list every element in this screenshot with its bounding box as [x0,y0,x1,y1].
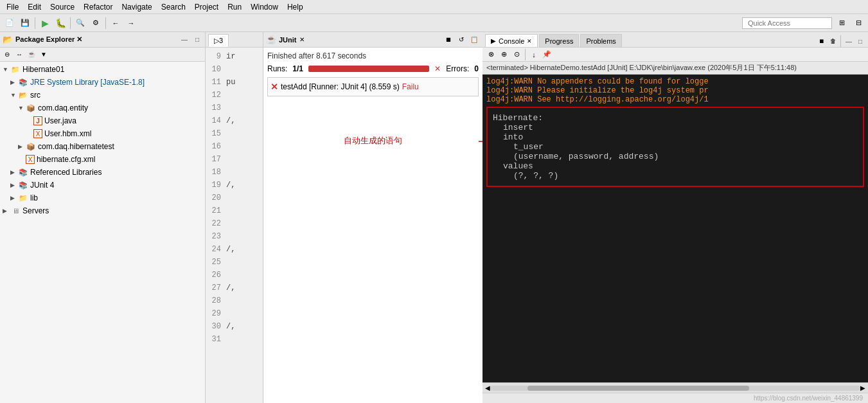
panel-header-explorer: 📂 Package Explorer ✕ — □ [0,32,205,48]
junit-test-item[interactable]: ✕ testAdd [Runner: JUnit 4] (8.559 s) Fa… [270,80,475,93]
tree-arrow-hibernate01: ▼ [3,66,10,73]
console-toolbar-btn1[interactable]: ⊗ [485,49,497,60]
code-editor[interactable]: 9 ir 10 11 pu 12 13 [206,48,263,403]
tree-arrow-src: ▼ [10,92,18,98]
console-table: t_user [493,142,858,152]
junit-content: Finished after 8.617 seconds Runs: 1/1 ✕… [263,48,483,403]
menu-navigate[interactable]: Navigate [118,1,155,13]
console-scrollbar[interactable]: ◀ ▶ [483,382,868,393]
scroll-right-btn[interactable]: ▶ [860,384,865,391]
debug-button[interactable]: 🐛 [53,16,67,30]
menu-project[interactable]: Project [191,1,222,13]
toolbar-separator-1 [35,17,35,29]
maximize-button[interactable]: □ [192,35,202,45]
errors-icon: ✕ [434,64,441,73]
sidebar: 📂 Package Explorer ✕ — □ ⊖ ↔ ☕ ▼ ▼ 📁 Hib… [0,32,206,403]
menu-search[interactable]: Search [157,1,190,13]
tab-progress[interactable]: Progress [539,34,579,47]
watermark-bar: https://blog.csdn.net/weixin_44861399 [483,393,868,403]
new-button[interactable]: 📄 [3,16,17,30]
console-toolbar-btn3[interactable]: ⊙ [511,49,522,60]
tree-item-src[interactable]: ▼ 📂 src [0,89,205,102]
tree-item-hibernatetest[interactable]: ▶ 📦 com.daq.hibernatetest [0,140,205,153]
console-panel-controls: ⏹ 🗑 — □ [816,35,865,47]
tree-item-reflibs[interactable]: ▶ 📚 Referenced Libraries [0,166,205,179]
tree-label-cfgxml: hibernate.cfg.xml [37,155,95,164]
scrollbar-track[interactable] [490,386,860,391]
tree-item-hibernate01[interactable]: ▼ 📁 Hibernate01 [0,63,205,76]
runs-value: 1/1 [292,64,303,73]
junit-test-label: testAdd [Runner: JUnit 4] (8.559 s) [281,82,400,91]
toolbar-extra-btn2[interactable]: ⊟ [851,16,865,30]
console-maximize[interactable]: □ [855,36,865,46]
tree-item-cfgxml[interactable]: X hibernate.cfg.xml [0,153,205,166]
reflibs-icon: 📚 [18,167,28,177]
console-toolbar-sep [525,49,526,60]
console-toolbar-btn2[interactable]: ⊕ [498,49,509,60]
console-scroll-btn[interactable]: ↓ [528,49,540,60]
quick-access-input[interactable] [742,17,832,29]
menu-refactor[interactable]: Refactor [80,1,116,13]
console-warn3: log4j:WARN See http://logging.apache.org… [486,95,864,104]
menu-help[interactable]: Help [283,1,307,13]
tree-item-jre[interactable]: ▶ 📚 JRE System Library [JavaSE-1.8] [0,76,205,89]
tree-item-servers[interactable]: ▶ 🖥 Servers [0,204,205,217]
minimize-button[interactable]: — [179,35,190,45]
right-panel: ▶ Console ✕ Progress Problems ⏹ 🗑 — [483,32,868,403]
forward-button[interactable]: → [124,16,138,30]
hibernate-sql-box: Hibernate: insert into t_user (username,… [486,107,864,187]
tree-item-lib[interactable]: ▶ 📁 lib [0,192,205,204]
code-line-14: 14 /, [206,114,263,127]
menu-run[interactable]: Run [224,1,245,13]
annotation-text: 自动生成的语句 [344,136,402,145]
tree-item-userhbm[interactable]: X User.hbm.xml [0,127,205,140]
console-tab-label: Console [499,37,524,45]
tree-item-userjava[interactable]: J User.java [0,114,205,127]
scroll-left-btn[interactable]: ◀ [485,384,490,391]
search-button[interactable]: 🔍 [73,16,87,30]
link-editor-button[interactable]: ↔ [13,49,25,60]
save-button[interactable]: 💾 [18,16,32,30]
errors-value: 0 [474,64,479,73]
hibernate-label: Hibernate: [493,113,858,123]
watermark: https://blog.csdn.net/weixin_44861399 [754,395,863,402]
tree-label-src: src [30,91,40,100]
toolbar-extra-btn[interactable]: ⊞ [835,16,849,30]
menu-edit[interactable]: Edit [24,1,45,13]
src-folder-icon: 📂 [18,90,28,100]
console-cols: (username, password, address) [493,152,858,161]
console-tab-close[interactable]: ✕ [527,38,532,44]
new-java-button[interactable]: ☕ [26,49,37,60]
console-warn1: log4j:WARN No appenders could be found f… [486,77,864,86]
menu-source[interactable]: Source [46,1,78,13]
annotation-area: 自动生成的语句 [267,135,479,147]
library-icon: 📚 [18,77,28,87]
junit-history-button[interactable]: 📋 [468,34,480,46]
code-line-13: 13 [206,102,263,114]
console-pin-btn[interactable]: 📌 [541,49,553,60]
explorer-menu-button[interactable]: ▼ [38,49,49,60]
junit-tab-close[interactable]: ✕ [299,36,305,43]
console-stop-button[interactable]: ⏹ [816,36,826,46]
tab-console[interactable]: ▶ Console ✕ [485,34,538,47]
toolbar-separator-2 [70,17,71,29]
tab-editor[interactable]: ▷3 [208,34,229,47]
run-button[interactable]: ▶ [38,16,52,30]
code-line-23: 23 [206,230,263,243]
junit-stop-button[interactable]: ⏹ [443,34,454,46]
xml-file-icon: X [33,129,42,138]
collapse-all-button[interactable]: ⊖ [1,49,13,60]
settings-button[interactable]: ⚙ [89,16,103,30]
tree-label-hibernatetest: com.daq.hibernatetest [38,142,114,151]
console-minimize[interactable]: — [844,36,854,46]
menu-file[interactable]: File [3,1,22,13]
scrollbar-thumb[interactable] [527,386,750,391]
junit-rerun-button[interactable]: ↺ [456,34,467,46]
console-clear-button[interactable]: 🗑 [828,36,838,46]
menu-window[interactable]: Window [247,1,282,13]
back-button[interactable]: ← [109,16,123,30]
tab-problems[interactable]: Problems [580,34,621,47]
tree-item-entity[interactable]: ▼ 📦 com.daq.entity [0,102,205,114]
errors-label: Errors: [446,64,469,73]
tree-item-junit4[interactable]: ▶ 📚 JUnit 4 [0,179,205,192]
